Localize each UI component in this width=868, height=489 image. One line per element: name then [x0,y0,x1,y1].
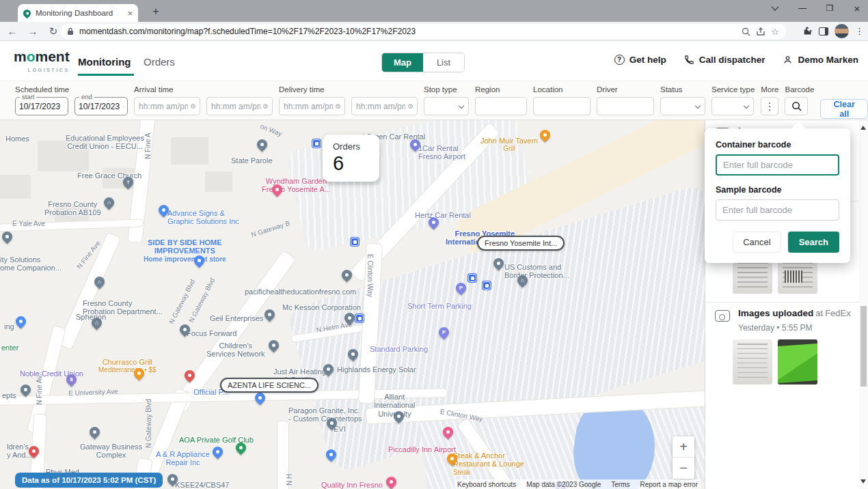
tab-close-icon[interactable]: × [127,8,133,18]
zoom-in-button[interactable]: + [673,436,694,458]
delivery-end-field[interactable] [351,97,418,115]
map-pin[interactable] [321,362,336,376]
cancel-button[interactable]: Cancel [733,232,781,253]
arrival-start-field[interactable] [134,97,200,115]
clock-icon[interactable] [263,102,268,111]
map-pin[interactable]: $ [64,372,79,387]
arrival-end-input[interactable] [211,102,260,111]
toggle-list-button[interactable]: List [423,53,464,72]
extensions-puzzle-icon[interactable] [802,26,813,36]
profile-avatar[interactable] [835,24,849,38]
map-pin[interactable] [408,137,422,152]
map-pin[interactable] [18,382,33,397]
map-pin[interactable] [445,451,459,466]
bookmark-star-icon[interactable]: ☆ [771,27,779,37]
nav-orders[interactable]: Orders [144,56,175,68]
user-menu[interactable]: Demo Marken [783,55,858,65]
reload-button[interactable]: ↻ [45,25,62,38]
map-pin[interactable] [182,368,197,382]
map-pin[interactable] [253,391,267,405]
calendar-icon[interactable] [64,102,64,111]
map-pin[interactable] [392,409,406,423]
window-close-button[interactable]: × [852,3,863,14]
status-select[interactable] [660,97,705,115]
clock-icon[interactable] [336,102,340,111]
window-maximize-button[interactable]: ❐ [824,3,835,14]
map-attribution-link[interactable]: Map data ©2023 Google [526,481,601,488]
back-button[interactable]: ← [4,25,21,37]
map-pin[interactable] [192,253,206,268]
map-pin[interactable] [255,137,269,152]
map-pin[interactable]: ⌂ [92,275,107,289]
map-pin[interactable] [262,307,277,322]
map-pin[interactable]: P [454,281,468,295]
map-attribution-link[interactable]: Terms [611,481,629,488]
map-pin[interactable] [178,322,192,337]
map-pin[interactable] [483,281,491,290]
location-input[interactable] [533,97,591,115]
map-pin[interactable] [468,274,476,282]
sample-barcode-input[interactable] [716,199,839,221]
browser-menu-icon[interactable]: ⋮ [855,26,864,36]
nav-monitoring[interactable]: Monitoring [78,56,131,68]
map-pin[interactable] [538,128,552,142]
map-pin[interactable] [267,338,281,352]
map-pin[interactable] [325,416,339,430]
map-pin[interactable] [270,182,284,197]
map-pin[interactable]: P [437,325,451,339]
map-pin[interactable]: ⌂ [515,273,530,288]
address-bar[interactable]: momentdash.com/monitoring/map?f.schedule… [60,24,786,39]
map-pin[interactable]: ⌂ [102,195,116,210]
window-minimize-button[interactable]: — [797,3,808,14]
delivery-start-input[interactable] [284,102,333,111]
map-pin[interactable] [132,366,146,380]
scroll-down-arrow-icon[interactable] [860,479,866,484]
map-pin[interactable] [312,139,321,148]
map-pin[interactable] [346,347,360,361]
arrival-end-field[interactable] [206,97,273,115]
map-pin[interactable]: ⌂ [90,316,104,330]
new-tab-button[interactable]: + [148,3,164,20]
driver-input[interactable] [597,97,654,115]
map-canvas[interactable]: E Yale AveN Fine AN Fine AveN Fine AveN … [0,120,705,489]
map-pin[interactable] [234,441,248,455]
map-attribution-link[interactable]: Report a map error [640,481,698,488]
feed-scrollbar[interactable] [859,120,868,489]
feed-image-thumbnail[interactable] [733,339,772,385]
scheduled-end-input[interactable] [79,102,121,111]
clock-icon[interactable] [191,102,195,111]
zoom-page-icon[interactable] [742,27,750,36]
scheduled-start-field[interactable]: start [15,97,68,115]
feed-image-thumbnail[interactable] [778,339,817,385]
arrival-start-input[interactable] [139,102,188,111]
get-help-button[interactable]: ? Get help [614,55,666,65]
share-icon[interactable] [756,27,765,36]
call-dispatcher-button[interactable]: Call dispatcher [684,55,765,65]
map-pin[interactable] [324,447,338,462]
map-pin[interactable] [351,238,359,246]
map-pin[interactable] [441,425,455,439]
service-type-select[interactable] [711,97,754,115]
scroll-up-arrow-icon[interactable] [860,126,866,130]
map-pin[interactable] [426,215,441,229]
stop-type-select[interactable] [424,97,469,115]
map-marker-chip[interactable]: Fresno Yosemite Int... [477,236,565,251]
map-pin[interactable] [157,203,171,217]
map-pin[interactable] [27,444,41,458]
search-button[interactable]: Search [788,232,839,253]
toggle-map-button[interactable]: Map [382,53,423,72]
map-attribution-link[interactable]: Keyboard shortcuts [457,481,516,488]
map-marker-chip[interactable]: AZENTA LIFE SCIENC... [220,378,318,393]
calendar-icon[interactable] [123,102,124,111]
more-filters-button[interactable]: ⋮ [761,97,778,115]
moment-logo[interactable]: moment LOGISTICS [14,49,70,78]
map-pin[interactable] [87,425,102,439]
tab-search-chevron-icon[interactable] [770,3,781,14]
map-pin[interactable] [491,256,506,270]
delivery-end-input[interactable] [356,102,405,111]
zoom-out-button[interactable]: − [673,458,694,479]
map-pin[interactable] [340,268,354,282]
browser-tab[interactable]: Monitoring Dashboard × [18,4,138,22]
barcode-search-button[interactable] [785,97,808,115]
forward-button[interactable]: → [25,25,41,37]
